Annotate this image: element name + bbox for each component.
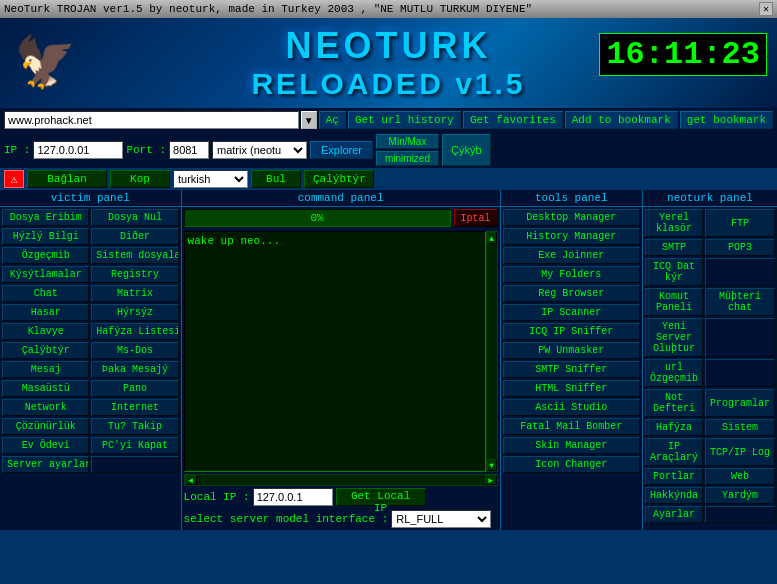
victim-panel-button-2[interactable]: Hýzlý Bilgi: [2, 228, 89, 245]
victim-panel-button-6[interactable]: Kýsýtlamalar: [2, 266, 89, 283]
url-input[interactable]: [4, 111, 299, 129]
victim-panel-button-22[interactable]: Çözünürlük: [2, 418, 89, 435]
victim-panel-button-15[interactable]: Ms-Dos: [91, 342, 178, 359]
victim-panel-button-25[interactable]: PC'yi Kapat: [91, 437, 178, 454]
add-to-bookmark-button[interactable]: Add to bookmark: [565, 111, 678, 129]
tools-panel-button-5[interactable]: IP Scanner: [503, 304, 640, 321]
neoturk-panel-button-4[interactable]: ICQ Dat kýr: [645, 258, 703, 286]
get-local-ip-button[interactable]: Get Local IP: [336, 488, 426, 506]
command-panel-title: command panel: [182, 190, 500, 207]
language-select[interactable]: turkish: [173, 170, 248, 188]
tools-panel-button-11[interactable]: Fatal Mail Bomber: [503, 418, 640, 435]
neoturk-panel-button-17[interactable]: TCP/IP Log: [705, 438, 775, 466]
victim-panel-button-23[interactable]: Tu? Takip: [91, 418, 178, 435]
get-url-history-button[interactable]: Get url history: [348, 111, 461, 129]
iptal-button[interactable]: Iptal: [454, 209, 498, 227]
victim-panel-button-19[interactable]: Pano: [91, 380, 178, 397]
tools-panel-button-13[interactable]: Icon Changer: [503, 456, 640, 473]
port-input[interactable]: [169, 141, 209, 159]
neoturk-panel-title: neoturk panel: [643, 190, 777, 207]
neoturk-panel-button-10[interactable]: url Özgeçmib: [645, 359, 703, 387]
get-favorites-button[interactable]: Get favorites: [463, 111, 563, 129]
server-select[interactable]: RL_FULL: [391, 510, 491, 528]
progress-bar-container: 0%: [184, 209, 451, 227]
victim-panel-button-26[interactable]: Server ayarlar: [2, 456, 89, 473]
neoturk-panel-button-0[interactable]: Yerel klasör: [645, 209, 703, 237]
neoturk-panel-button-15[interactable]: Sistem: [705, 419, 775, 436]
victim-panel-button-5[interactable]: Sistem dosyalarý: [91, 247, 178, 264]
get-bookmark-button[interactable]: get bookmark: [680, 111, 773, 129]
neoturk-panel-button-12[interactable]: Not Defteri: [645, 389, 703, 417]
tools-panel-button-8[interactable]: SMTP Sniffer: [503, 361, 640, 378]
neoturk-panel-button-13[interactable]: Programlar: [705, 389, 775, 417]
neoturk-panel-button-6[interactable]: Komut Paneli: [645, 288, 703, 316]
tools-panel-button-10[interactable]: Ascii Studio: [503, 399, 640, 416]
victim-panel-button-18[interactable]: Masaüstü: [2, 380, 89, 397]
victim-panel-button-16[interactable]: Mesaj: [2, 361, 89, 378]
tools-panel-button-12[interactable]: Skin Manager: [503, 437, 640, 454]
victim-panel-button-9[interactable]: Matrix: [91, 285, 178, 302]
exit-button[interactable]: Çýkýb: [442, 134, 491, 166]
victim-panel-button-13[interactable]: Hafýza Listesi: [91, 323, 178, 340]
local-ip-input[interactable]: [253, 488, 333, 506]
tools-panel-button-6[interactable]: ICQ IP Sniffer: [503, 323, 640, 340]
ip-input[interactable]: [33, 141, 123, 159]
neoturk-panel-button-21[interactable]: Yardým: [705, 487, 775, 504]
explorer-button[interactable]: Explorer: [310, 141, 373, 159]
victim-panel-button-10[interactable]: Hasar: [2, 304, 89, 321]
victim-panel-button-17[interactable]: Þaka Mesajý: [91, 361, 178, 378]
victim-panel-button-20[interactable]: Network: [2, 399, 89, 416]
ip-label: IP :: [4, 144, 30, 156]
neoturk-panel-button-22[interactable]: Ayarlar: [645, 506, 703, 523]
victim-panel-button-7[interactable]: Registry: [91, 266, 178, 283]
minmax-button[interactable]: Min/Max: [376, 134, 439, 149]
tools-panel-button-0[interactable]: Desktop Manager: [503, 209, 640, 226]
tools-panel-button-3[interactable]: My Folders: [503, 266, 640, 283]
find-button[interactable]: Bul: [251, 170, 301, 188]
connect-button[interactable]: Bağlan: [27, 170, 107, 188]
neoturk-panel-button-7[interactable]: Müþteri chat: [705, 288, 775, 316]
neoturk-panel-button-3[interactable]: POP3: [705, 239, 775, 256]
tools-panel-button-4[interactable]: Reg Browser: [503, 285, 640, 302]
server-row: select server model interface : RL_FULL: [182, 508, 500, 530]
victim-panel-button-12[interactable]: Klavye: [2, 323, 89, 340]
close-button[interactable]: ✕: [759, 2, 773, 16]
command-output: wake up neo...: [184, 231, 486, 472]
scroll-right-arrow[interactable]: ►: [485, 475, 497, 485]
scroll-up-arrow[interactable]: ▲: [487, 232, 497, 244]
horizontal-scrollbar[interactable]: ◄ ►: [184, 474, 498, 486]
victim-panel-button-1[interactable]: Dosya Nul: [91, 209, 178, 226]
neoturk-panel-button-8[interactable]: Yeni Server Oluþtur: [645, 318, 703, 357]
neoturk-panel-button-1[interactable]: FTP: [705, 209, 775, 237]
matrix-select[interactable]: matrix (neotu: [212, 141, 307, 159]
vertical-scrollbar[interactable]: ▲ ▼: [486, 231, 498, 472]
victim-panel-button-24[interactable]: Ev Ödevi: [2, 437, 89, 454]
url-dropdown-button[interactable]: ▼: [301, 111, 317, 129]
victim-panel-button-21[interactable]: Internet: [91, 399, 178, 416]
victim-panel-button-8[interactable]: Chat: [2, 285, 89, 302]
victim-panel-button-11[interactable]: Hýrsýz: [91, 304, 178, 321]
minimized-button[interactable]: minimized: [376, 151, 439, 166]
neoturk-panel-button-23: [705, 506, 775, 523]
neoturk-panel-button-14[interactable]: Hafýza: [645, 419, 703, 436]
scroll-down-arrow[interactable]: ▼: [487, 459, 497, 471]
scroll-left-arrow[interactable]: ◄: [185, 475, 197, 485]
run-button[interactable]: Çalýbtýr: [304, 170, 374, 188]
neoturk-panel-button-2[interactable]: SMTP: [645, 239, 703, 256]
neoturk-panel-button-19[interactable]: Web: [705, 468, 775, 485]
victim-panel-grid: Dosya EribimDosya NulHýzlý BilgiDiðerÖzg…: [0, 207, 181, 475]
tools-panel-button-2[interactable]: Exe Joinner: [503, 247, 640, 264]
victim-panel-button-3[interactable]: Diðer: [91, 228, 178, 245]
tools-panel-button-7[interactable]: PW Unmasker: [503, 342, 640, 359]
tools-panel-button-1[interactable]: History Manager: [503, 228, 640, 245]
victim-panel-button-0[interactable]: Dosya Eribim: [2, 209, 89, 226]
victim-panel-button-14[interactable]: Çalýbtýr: [2, 342, 89, 359]
tools-panel-title: tools panel: [501, 190, 642, 207]
open-button[interactable]: Aç: [319, 111, 346, 129]
neoturk-panel-button-16[interactable]: IP Araçlarý: [645, 438, 703, 466]
copy-button[interactable]: Kop: [110, 170, 170, 188]
tools-panel-button-9[interactable]: HTML Sniffer: [503, 380, 640, 397]
victim-panel-button-4[interactable]: Özgeçmib: [2, 247, 89, 264]
neoturk-panel-button-18[interactable]: Portlar: [645, 468, 703, 485]
neoturk-panel-button-20[interactable]: Hakkýnda: [645, 487, 703, 504]
